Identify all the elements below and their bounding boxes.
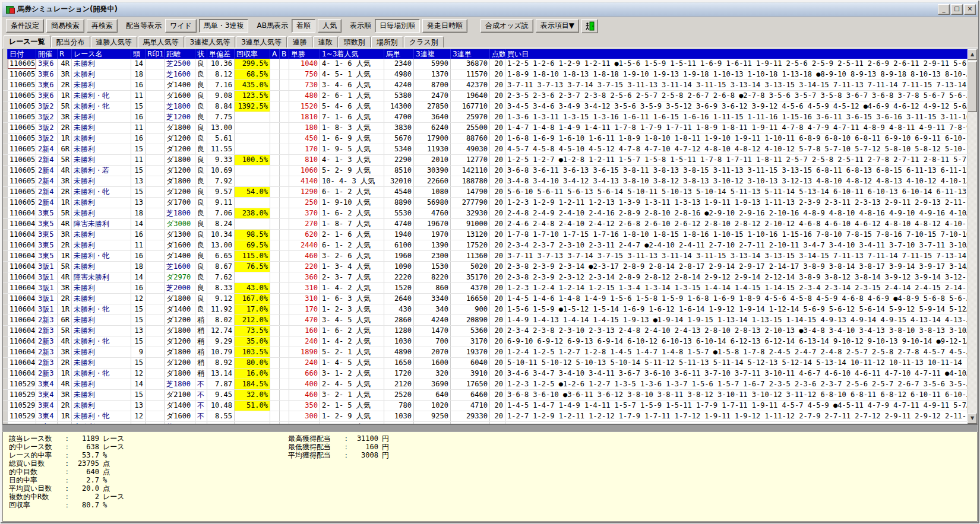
row-gutter <box>3 80 8 90</box>
race-row[interactable]: 1106052新46R未勝利15ダ1200良11.551701- 9- 5 人気… <box>3 144 968 155</box>
race-row[interactable]: 1106052新41R未勝利13ダ1700良9.112501- 9-10 人気8… <box>3 198 968 208</box>
race-row[interactable]: 1106043東55R未勝利18芝1800良7.06238.0%3701- 6-… <box>3 208 968 219</box>
race-row[interactable]: 1106053阪25R未勝利・牝15芝1800良8.841392.5%15205… <box>3 101 968 112</box>
cell-date: 110604 <box>8 251 36 261</box>
race-row[interactable]: 1105293東42R未勝利13ダ1400不10.4851.0%3502- 1-… <box>3 401 968 411</box>
tab-item-5[interactable]: 3連単人気等 <box>236 36 287 47</box>
cell-condition: 良 <box>195 123 207 133</box>
minimize-button[interactable]: _ <box>938 4 950 15</box>
summary-label: 平均買い目数 <box>9 484 64 493</box>
race-row[interactable]: 1106043東51R未勝利・牝16ダ1400良6.65115.0%4603- … <box>3 251 968 262</box>
tab-item-6[interactable]: 連勝 <box>287 36 312 47</box>
tab-item-4[interactable]: 3連複人気等 <box>185 36 236 47</box>
toolbar-button-2[interactable]: 再検索 <box>87 19 118 33</box>
toolbar-button-0[interactable]: 条件設定 <box>6 19 44 33</box>
race-row[interactable]: 1106043阪11R未勝利・牝15ダ1400良11.9217.0%1701- … <box>3 304 968 315</box>
tab-item-3[interactable]: 馬単人気等 <box>138 36 184 47</box>
summary-label: 該当レース数 <box>9 434 64 443</box>
horizontal-divider <box>2 424 978 431</box>
close-button[interactable]: × <box>964 4 976 15</box>
cell-points: 20 <box>490 112 505 122</box>
race-row[interactable]: 1105293東41R未勝利・牝12ダ1600不8.553001- 2- 9 人… <box>3 411 968 422</box>
cell-race-no: 3R <box>58 230 72 240</box>
race-row[interactable]: 1106053阪21R未勝利16ダ1200良5.614501- 6- 9 人気5… <box>3 134 968 144</box>
cell-finish-popularity: 1- 6- 2 人気 <box>320 326 384 336</box>
race-row[interactable]: 1105293東43R未勝利15ダ2100不9.4532.0%4603- 2- … <box>3 390 968 401</box>
tab-item-2[interactable]: 連勝人気等 <box>91 36 137 47</box>
cell-r-mark <box>146 411 165 421</box>
cell-win-deviation: 11.55 <box>207 144 235 154</box>
race-row[interactable]: 1106042新34R未勝利・牝15ダ1200稍9.2935.0%2401- 4… <box>3 336 968 347</box>
race-row[interactable]: 1106043阪12R未勝利12ダ1800良9.12167.0%3101- 6-… <box>3 294 968 304</box>
race-row[interactable]: 1106042新31R未勝利・牝12ダ1800稍13.1416.0%6603- … <box>3 369 968 379</box>
race-row[interactable]: 1106053阪23R未勝利16芝1200良7.7518107- 1- 6 人気… <box>3 112 968 123</box>
toolbar-toggle-2-1[interactable]: 発走日時順 <box>422 19 467 33</box>
cell-umatan-payout: 1030 <box>384 411 414 421</box>
cell-venue: 3阪1 <box>36 294 58 304</box>
race-row[interactable]: 1106043阪13R未勝利16芝2000良8.3343.0%3101- 4- … <box>3 283 968 294</box>
cell-heads: 16 <box>131 283 146 293</box>
cell-finish-popularity: 1- 6- 2 人気 <box>320 208 384 218</box>
race-row[interactable]: 1106053阪22R未勝利11ダ1800良13.001801- 8- 3 人気… <box>3 123 968 134</box>
tab-item-1[interactable]: 配当分布 <box>51 36 90 47</box>
cell-points: 20 <box>490 401 505 411</box>
exit-button[interactable] <box>581 19 598 33</box>
cell-sanrentan-payout: 30680 <box>451 422 490 424</box>
race-row[interactable]: 1106043東53R未勝利16ダ1300良10.3498.5%6202- 1-… <box>3 230 968 240</box>
cell-a <box>270 326 280 336</box>
cell-date: 110605 <box>8 101 36 112</box>
cell-venue: 3東5 <box>36 230 58 240</box>
cell-b <box>280 123 289 133</box>
cell-race-no: 3R <box>58 347 72 357</box>
scroll-up-arrow-icon[interactable]: ▲ <box>968 49 977 60</box>
race-row[interactable]: 1106043東54R障害未勝利14ダ3000良8.242701- 8- 7 人… <box>3 219 968 230</box>
toolbar-toggle-1-0[interactable]: 着順 <box>292 19 315 33</box>
summary-unit: 点 <box>99 468 110 476</box>
race-row[interactable]: 1106042新33R未勝利9ダ1800稍10.79103.5%18905- 2… <box>3 347 968 358</box>
scroll-down-arrow-icon[interactable]: ▼ <box>968 413 977 424</box>
cell-sanrentan-payout: 29330 <box>451 411 490 421</box>
race-row[interactable]: 1106053東63R未勝利18芝1600良8.1268.5%7504- 5- … <box>3 69 968 80</box>
race-row[interactable]: 1106043東52R未勝利11ダ1600良13.0069.5%24406- 1… <box>3 240 968 251</box>
maximize-button[interactable]: □ <box>951 4 963 15</box>
scrollbar-track[interactable] <box>968 60 977 413</box>
cell-umatan-payout: 1090 <box>384 262 414 272</box>
toolbar-toggle-0-0[interactable]: ワイド <box>165 19 197 33</box>
race-row[interactable]: 1106042新35R未勝利13ダ1800稍12.7473.5%1601- 6-… <box>3 326 968 336</box>
cell-race-no: 5R <box>58 422 72 424</box>
cell-date: 110605 <box>8 144 36 154</box>
cell-condition: 稍 <box>195 336 207 347</box>
race-row[interactable]: 1105293東44R未勝利14芝1800不7.87184.5%4002- 4-… <box>3 379 968 390</box>
race-row[interactable]: 1106043阪15R未勝利18芝1600良8.6776.5%2201- 3- … <box>3 262 968 272</box>
tab-item-10[interactable]: クラス別 <box>404 36 444 47</box>
race-row[interactable]: 1106052新42R未勝利・牝15ダ1200良9.5754.0%12906- … <box>3 187 968 198</box>
cell-sanrenpuku-payout: 340 <box>414 304 451 315</box>
cell-a <box>270 336 280 347</box>
cell-a <box>270 155 280 165</box>
toolbar-button-1[interactable]: 簡易検索 <box>46 19 84 33</box>
race-row[interactable]: 1106042新36R未勝利15ダ1200稍8.02212.0%4703- 4-… <box>3 315 968 326</box>
race-row[interactable]: 1106053東61R未勝利・牝11ダ1600良9.08123.5%4802- … <box>3 91 968 101</box>
toolbar-button-right-1[interactable]: 表示項目▼ <box>536 19 579 33</box>
cell-a <box>270 166 280 176</box>
race-row[interactable]: 1106052新45R未勝利11ダ1800良9.33100.5%8104- 1-… <box>3 155 968 166</box>
race-row[interactable]: 1105293京C5R未勝利13芝2200不8.936003- 2- 7 人気2… <box>3 422 968 424</box>
tab-item-8[interactable]: 頭数別 <box>339 36 371 47</box>
race-row[interactable]: 1106053東64R未勝利14芝2500良10.36299.5%10404- … <box>3 59 968 69</box>
tab-item-0[interactable]: レース一覧 <box>4 35 50 47</box>
toolbar-toggle-2-0[interactable]: 日毎場別順 <box>375 19 420 33</box>
cell-race-no: 2R <box>58 187 72 197</box>
race-row[interactable]: 1106043阪14R障害未勝利14ダ2970良7.623602- 3- 7 人… <box>3 272 968 283</box>
toolbar-toggle-1-1[interactable]: 人気 <box>318 19 342 33</box>
toolbar-button-right-0[interactable]: 合成オッズ読 <box>480 19 533 33</box>
tab-item-7[interactable]: 連敗 <box>313 36 338 47</box>
scrollbar-thumb[interactable] <box>968 61 977 112</box>
race-row[interactable]: 1106052新44R未勝利・若15ダ1200良10.6910605- 2- 9… <box>3 166 968 176</box>
vertical-scrollbar[interactable]: ▲ ▼ <box>968 49 978 424</box>
race-row[interactable]: 1106052新43R未勝利13ダ1800良7.92414010- 4- 3 人… <box>3 176 968 187</box>
race-row[interactable]: 1106042新32R未勝利15ダ1200稍8.9280.0%2401- 4- … <box>3 358 968 369</box>
toolbar-toggle-0-1[interactable]: 馬単・3連複 <box>199 19 249 33</box>
tab-item-9[interactable]: 場所別 <box>371 36 403 47</box>
cell-finish-popularity: 1- 9- 5 人気 <box>320 144 384 154</box>
race-row[interactable]: 1106053東62R未勝利16ダ1400良7.16435.0%7303- 4-… <box>3 80 968 91</box>
